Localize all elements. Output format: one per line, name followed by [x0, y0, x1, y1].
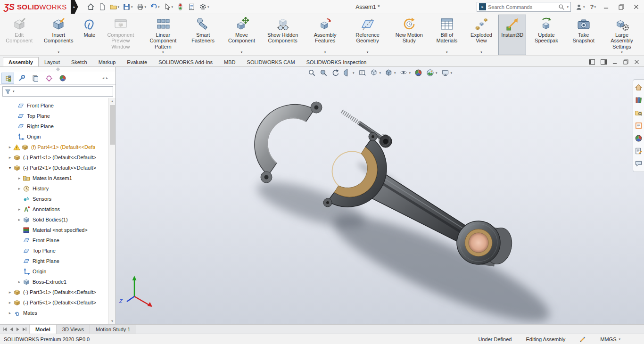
select-tool-button[interactable]: ▾	[162, 2, 174, 12]
previous-tab-icon[interactable]	[9, 327, 14, 332]
ribbon-button-edit-component[interactable]: Edit Component	[1, 15, 38, 55]
previous-view-button[interactable]	[331, 69, 339, 77]
expand-arrow-icon[interactable]: ▸	[16, 176, 23, 180]
edit-appearance-button[interactable]	[414, 69, 422, 77]
dropdown-caret-icon[interactable]: ▾	[353, 71, 355, 75]
help-button[interactable]: ?▾	[589, 2, 597, 11]
undo-button[interactable]: ▾	[149, 2, 161, 12]
dropdown-caret-icon[interactable]: ▾	[451, 71, 453, 75]
tree-item-solid-bodies[interactable]: ▸Solid Bodies(1)	[0, 214, 108, 225]
tree-item-top-plane-part2[interactable]: Top Plane	[0, 246, 108, 256]
tree-item-part5[interactable]: ▸(-) Part5<1> (Default<<Default>	[0, 297, 108, 308]
dropdown-caret-icon[interactable]: ▾	[131, 5, 133, 9]
tab-property-manager[interactable]	[15, 73, 28, 84]
document-restore-icon[interactable]	[623, 59, 628, 65]
file-properties-button[interactable]	[187, 2, 197, 12]
ribbon-button-update-speedpak[interactable]: Update Speedpak	[526, 15, 566, 55]
ribbon-button-show-hidden-components[interactable]: Show Hidden Components	[262, 15, 304, 55]
tree-item-front-plane[interactable]: Front Plane	[0, 100, 108, 111]
dropdown-caret-icon[interactable]: ▾	[594, 5, 596, 9]
tree-item-part1[interactable]: ▸(-) Part1<1> (Default<<Default>	[0, 152, 108, 163]
ribbon-button-insert-components[interactable]: Insert Components ▾	[38, 15, 80, 55]
search-input[interactable]	[488, 4, 556, 10]
tab-layout[interactable]: Layout	[39, 57, 66, 66]
dropdown-caret-icon[interactable]: ▾	[172, 5, 173, 9]
solidworks-resources-icon[interactable]	[635, 83, 643, 91]
tab-evaluate[interactable]: Evaluate	[121, 57, 153, 66]
tab-3d-views[interactable]: 3D Views	[57, 325, 90, 334]
print-button[interactable]: ▾	[135, 2, 148, 12]
save-button[interactable]: ▾	[122, 2, 134, 12]
expand-arrow-icon[interactable]: ▸	[16, 186, 23, 191]
expand-arrow-icon[interactable]: ▸	[16, 217, 23, 222]
first-tab-icon[interactable]	[2, 327, 7, 332]
tree-item-origin-part2[interactable]: Origin	[0, 266, 108, 277]
ribbon-button-large-assembly-settings[interactable]: Large Assembly Settings ▾	[601, 15, 643, 55]
dropdown-caret-icon[interactable]: ▾	[379, 71, 381, 75]
tree-item-annotations[interactable]: ▸Annotations	[0, 204, 108, 214]
section-view-button[interactable]: ▾	[343, 69, 355, 77]
dropdown-caret-icon[interactable]: ▾	[436, 71, 438, 75]
tree-item-right-plane[interactable]: Right Plane	[0, 121, 108, 131]
view-settings-button[interactable]: ▾	[441, 69, 453, 77]
tree-filter-input[interactable]	[16, 89, 111, 94]
solidworks-logo[interactable]: ƷS SOLIDWORKS	[0, 0, 71, 14]
dropdown-caret-icon[interactable]: ▾	[13, 90, 15, 93]
model-canvas[interactable]: Z	[116, 67, 644, 324]
appearances-scenes-icon[interactable]	[635, 134, 643, 142]
tab-solidworks-cam[interactable]: SOLIDWORKS CAM	[241, 57, 301, 66]
tree-item-part4[interactable]: ▸(f) Part4<1> (Default<<Defa	[0, 142, 108, 152]
home-button[interactable]	[86, 2, 96, 12]
dropdown-caret-icon[interactable]: ▾	[118, 5, 120, 9]
collapse-arrow-icon[interactable]: ▾	[7, 165, 13, 170]
zoom-to-area-button[interactable]	[320, 69, 328, 77]
panel-splitter-grip[interactable]	[0, 67, 116, 72]
tab-display-manager[interactable]	[56, 73, 69, 84]
apply-scene-button[interactable]: ▾	[426, 69, 438, 77]
ribbon-button-move-component[interactable]: Move Component ▾	[222, 15, 261, 55]
ribbon-button-linear-component-pattern[interactable]: Linear Component Pattern ▾	[142, 15, 184, 55]
next-tab-icon[interactable]	[16, 327, 20, 332]
dropdown-caret-icon[interactable]: ▾	[241, 50, 243, 54]
dropdown-caret-icon[interactable]: ▾	[58, 50, 59, 54]
tab-solidworks-inspection[interactable]: SOLIDWORKS Inspection	[301, 57, 372, 66]
cap-bolt-part[interactable]	[342, 111, 392, 147]
dropdown-caret-icon[interactable]: ▾	[207, 5, 209, 9]
filter-funnel-icon[interactable]	[5, 89, 11, 95]
ribbon-button-instant3d[interactable]: Instant3D	[498, 15, 526, 55]
dropdown-caret-icon[interactable]: ▾	[480, 50, 482, 54]
new-document-button[interactable]	[97, 2, 107, 12]
open-button[interactable]: ▾	[108, 2, 121, 12]
display-style-button[interactable]: ▾	[385, 69, 396, 77]
expand-arrow-icon[interactable]: ▸	[7, 155, 13, 160]
dynamic-annotation-views-button[interactable]	[358, 69, 366, 77]
dropdown-caret-icon[interactable]: ▾	[446, 50, 448, 54]
document-close-icon[interactable]	[634, 59, 639, 65]
view-orientation-button[interactable]: ▾	[370, 69, 381, 77]
last-tab-icon[interactable]	[22, 327, 27, 332]
dropdown-caret-icon[interactable]: ▾	[162, 50, 164, 54]
expand-arrow-icon[interactable]: ▸	[7, 290, 13, 295]
dropdown-caret-icon[interactable]: ▾	[409, 71, 411, 75]
close-button[interactable]	[630, 2, 642, 12]
design-library-icon[interactable]	[635, 96, 643, 104]
dropdown-caret-icon[interactable]: ▾	[567, 5, 569, 9]
tree-item-sensors[interactable]: Sensors	[0, 194, 108, 204]
ribbon-button-reference-geometry[interactable]: Reference Geometry ▾	[347, 15, 389, 55]
tree-item-mates[interactable]: ▸Mates	[0, 308, 108, 318]
hide-show-items-button[interactable]: ▾	[400, 69, 411, 77]
zoom-to-fit-button[interactable]	[308, 69, 316, 77]
tab-solidworks-add-ins[interactable]: SOLIDWORKS Add-Ins	[153, 57, 218, 66]
dropdown-caret-icon[interactable]: ▾	[324, 50, 326, 54]
scroll-down-icon[interactable]: ▾	[111, 319, 113, 323]
tree-scrollbar[interactable]: ▴ ▾	[108, 98, 116, 324]
file-explorer-icon[interactable]	[635, 109, 643, 117]
ribbon-button-smart-fasteners[interactable]: Smart Fasteners	[184, 15, 222, 55]
units-selector[interactable]: MMGS▾	[600, 336, 620, 342]
custom-properties-icon[interactable]	[635, 147, 643, 155]
tab-markup[interactable]: Markup	[93, 57, 122, 66]
scroll-right-icon[interactable]: ▸	[106, 76, 108, 80]
ribbon-button-mate[interactable]: Mate	[80, 15, 99, 55]
dock-pane-left-icon[interactable]	[589, 59, 595, 65]
bearing-cap-part[interactable]	[255, 102, 322, 183]
